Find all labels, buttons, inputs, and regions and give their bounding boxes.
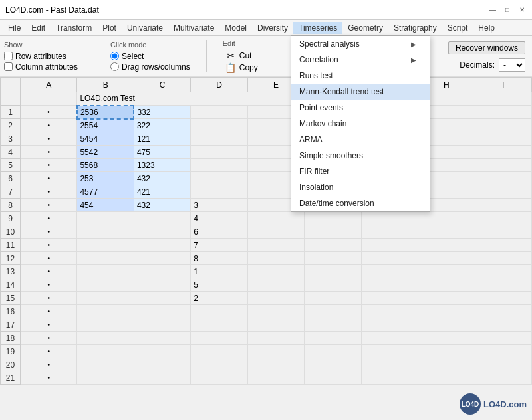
cell-b[interactable] xyxy=(77,345,134,358)
cell-i[interactable] xyxy=(475,278,532,292)
cell-c[interactable]: 121 xyxy=(134,132,190,146)
cell-h[interactable] xyxy=(418,371,475,385)
cell-b[interactable]: 5542 xyxy=(77,146,134,159)
cell-i[interactable] xyxy=(475,132,532,146)
minimize-button[interactable]: — xyxy=(488,5,497,15)
decimals-select[interactable]: - 0 1 2 3 xyxy=(499,58,525,72)
cell-f[interactable] xyxy=(305,252,361,265)
cell-h[interactable] xyxy=(418,278,475,292)
cell-b[interactable] xyxy=(77,371,134,385)
cell-d[interactable]: 3 xyxy=(191,199,247,212)
cell-d[interactable] xyxy=(191,318,247,332)
cell-e[interactable] xyxy=(247,332,304,345)
cell-b[interactable] xyxy=(77,252,134,265)
cell-e[interactable] xyxy=(247,239,304,252)
cell-d[interactable]: 5 xyxy=(191,278,247,292)
menu-arma[interactable]: ARMA xyxy=(291,132,430,148)
cell-g[interactable] xyxy=(361,318,418,332)
cell-d[interactable] xyxy=(191,132,247,146)
cell-g[interactable] xyxy=(361,345,418,358)
cut-button[interactable]: ✂ Cut xyxy=(223,50,261,62)
cell-i[interactable] xyxy=(475,212,532,225)
cell-i[interactable] xyxy=(475,358,532,371)
menu-model[interactable]: Model xyxy=(219,22,252,34)
menu-univariate[interactable]: Univariate xyxy=(122,22,168,34)
cell-h[interactable] xyxy=(418,225,475,239)
cell-c[interactable] xyxy=(134,305,190,318)
cell-b[interactable] xyxy=(77,278,134,292)
cell-d[interactable] xyxy=(191,146,247,159)
cell-h[interactable] xyxy=(418,292,475,305)
cell-f[interactable] xyxy=(305,371,361,385)
cell-d[interactable] xyxy=(191,305,247,318)
menu-timeseries[interactable]: Timeseries xyxy=(293,22,342,34)
cell-g[interactable] xyxy=(361,332,418,345)
cell-b[interactable] xyxy=(77,239,134,252)
maximize-button[interactable]: □ xyxy=(503,5,512,15)
cell-f[interactable] xyxy=(305,345,361,358)
cell-c[interactable] xyxy=(134,278,190,292)
cell-b[interactable] xyxy=(77,332,134,345)
cell-c[interactable] xyxy=(134,292,190,305)
close-button[interactable]: ✕ xyxy=(517,5,527,15)
cell-c[interactable] xyxy=(134,358,190,371)
drag-radio[interactable] xyxy=(110,62,119,71)
cell-i[interactable] xyxy=(475,225,532,239)
cell-e[interactable] xyxy=(247,278,304,292)
menu-multivariate[interactable]: Multivariate xyxy=(168,22,219,34)
copy-button[interactable]: 📋 Copy xyxy=(223,62,261,74)
cell-d[interactable] xyxy=(191,119,247,132)
cell-c[interactable] xyxy=(134,212,190,225)
cell-f[interactable] xyxy=(305,318,361,332)
cell-e[interactable] xyxy=(247,265,304,278)
cell-c[interactable]: 432 xyxy=(134,172,190,185)
menu-diversity[interactable]: Diversity xyxy=(252,22,293,34)
row-attributes-checkbox[interactable] xyxy=(4,52,13,60)
menu-geometry[interactable]: Geometry xyxy=(342,22,388,34)
cell-g[interactable] xyxy=(361,265,418,278)
cell-d[interactable]: 2 xyxy=(191,292,247,305)
menu-stratigraphy[interactable]: Stratigraphy xyxy=(388,22,442,34)
cell-d[interactable]: 4 xyxy=(191,212,247,225)
cell-b[interactable] xyxy=(77,318,134,332)
cell-b[interactable] xyxy=(77,305,134,318)
cell-i[interactable] xyxy=(475,119,532,132)
cell-f[interactable] xyxy=(305,292,361,305)
cell-i[interactable] xyxy=(475,172,532,185)
cell-c[interactable] xyxy=(134,318,190,332)
cell-g[interactable] xyxy=(361,212,418,225)
cell-d[interactable]: 8 xyxy=(191,252,247,265)
cell-c[interactable]: 421 xyxy=(134,185,190,199)
cell-d[interactable] xyxy=(191,185,247,199)
cell-d[interactable] xyxy=(191,358,247,371)
cell-d[interactable] xyxy=(191,345,247,358)
cell-e[interactable] xyxy=(247,212,304,225)
cell-b[interactable]: 5454 xyxy=(77,132,134,146)
cell-e[interactable] xyxy=(247,345,304,358)
menu-script[interactable]: Script xyxy=(442,22,473,34)
cell-g[interactable] xyxy=(361,252,418,265)
cell-g[interactable] xyxy=(361,225,418,239)
menu-file[interactable]: File xyxy=(3,22,26,34)
cell-d[interactable] xyxy=(191,159,247,172)
cell-c[interactable]: 1323 xyxy=(134,159,190,172)
cell-e[interactable] xyxy=(247,252,304,265)
cell-g[interactable] xyxy=(361,292,418,305)
cell-i[interactable] xyxy=(475,318,532,332)
menu-mann-kendall[interactable]: Mann-Kendall trend test xyxy=(291,84,430,100)
cell-f[interactable] xyxy=(305,278,361,292)
cell-b[interactable] xyxy=(77,265,134,278)
cell-d[interactable] xyxy=(191,106,247,119)
cell-b[interactable] xyxy=(77,358,134,371)
cell-b[interactable]: 2554 xyxy=(77,119,134,132)
menu-correlation[interactable]: Correlation ▶ xyxy=(291,52,430,68)
menu-markov-chain[interactable]: Markov chain xyxy=(291,116,430,132)
cell-h[interactable] xyxy=(418,212,475,225)
menu-simple-smoothers[interactable]: Simple smoothers xyxy=(291,148,430,163)
cell-c[interactable] xyxy=(134,332,190,345)
cell-i[interactable] xyxy=(475,265,532,278)
cell-i[interactable] xyxy=(475,292,532,305)
cell-e[interactable] xyxy=(247,225,304,239)
cell-b[interactable]: 2536 xyxy=(77,106,134,119)
recover-windows-button[interactable]: Recover windows xyxy=(448,41,525,54)
